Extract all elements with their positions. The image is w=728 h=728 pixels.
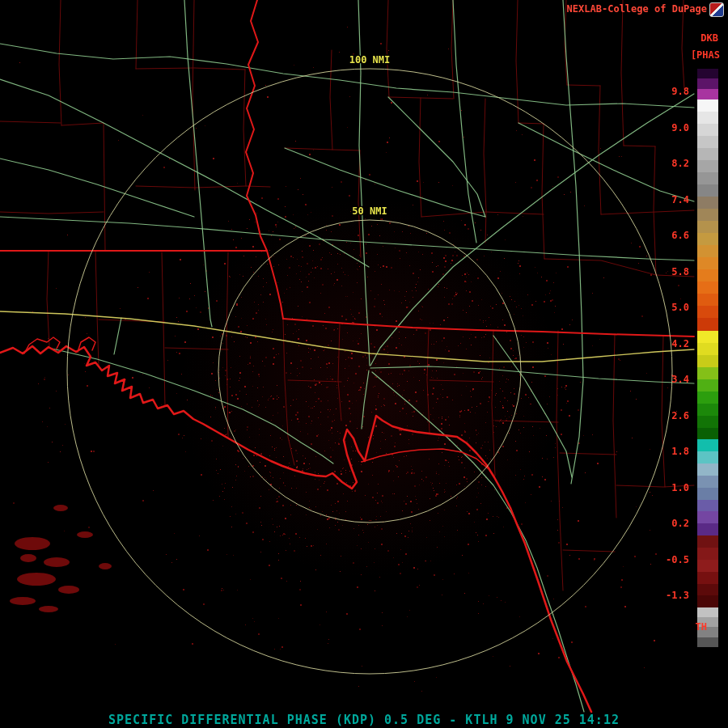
colorbar-segment: [697, 355, 718, 367]
colorbar-segment: [697, 89, 718, 99]
colorbar-tick-label: -0.5: [647, 554, 689, 565]
colorbar-segment: [697, 221, 718, 233]
attribution-text: NEXLAB-College of DuPage: [567, 3, 707, 15]
colorbar-segment: [697, 318, 718, 331]
cod-logo-icon: [709, 2, 724, 17]
map-overlay: 100 NMI50 NMI: [0, 0, 728, 728]
colorbar-area: 9.89.08.27.46.65.85.04.23.42.61.81.00.2-…: [643, 69, 720, 647]
colorbar-segment: [697, 184, 718, 197]
colorbar-segment: [697, 379, 718, 392]
colorbar-segment: [697, 367, 718, 379]
range-ring: [67, 69, 672, 674]
product-status-text: SPECIFIC DIFFERENTIAL PHASE (KDP) 0.5 DE…: [0, 713, 728, 727]
colorbar-segment: [697, 548, 718, 560]
colorbar-segment: [697, 523, 718, 535]
colorbar-segment: [697, 428, 718, 439]
colorbar-segment: [697, 595, 718, 607]
colorbar-segment: [697, 572, 718, 584]
coastline: [0, 346, 591, 712]
county-lines: [0, 0, 694, 590]
colorbar-phase-label: [PHAS: [691, 49, 720, 61]
colorbar-tick-label: 5.0: [647, 302, 689, 313]
colorbar-segment: [697, 500, 718, 511]
colorbar-segment: [697, 78, 718, 89]
road-lines: [0, 0, 694, 712]
colorbar-segment: [697, 439, 718, 451]
colorbar-segment: [697, 136, 718, 148]
colorbar-threshold-label: TH: [696, 621, 707, 633]
colorbar-segment: [697, 607, 718, 617]
colorbar-segment: [697, 535, 718, 548]
colorbar-tick-label: 9.8: [647, 86, 689, 97]
colorbar-segment: [697, 511, 718, 523]
colorbar-segment: [697, 392, 718, 404]
colorbar-segment: [697, 488, 718, 500]
colorbar-segment: [697, 306, 718, 318]
colorbar-tick-label: 0.2: [647, 518, 689, 529]
colorbar: [697, 69, 718, 647]
range-ring-label: 100 NMI: [349, 54, 391, 66]
colorbar-segment: [697, 257, 718, 269]
colorbar-segment: [697, 233, 718, 245]
colorbar-segment: [697, 331, 718, 343]
colorbar-segment: [697, 584, 718, 595]
colorbar-segment: [697, 416, 718, 428]
colorbar-segment: [697, 269, 718, 281]
colorbar-segment: [697, 124, 718, 136]
colorbar-segment: [697, 404, 718, 416]
colorbar-tick-label: 3.4: [647, 374, 689, 385]
colorbar-segment: [697, 172, 718, 184]
colorbar-segment: [697, 112, 718, 124]
colorbar-segment: [697, 148, 718, 160]
colorbar-unit-label: DKB: [700, 32, 718, 44]
colorbar-tick-label: 6.6: [647, 230, 689, 241]
colorbar-segment: [697, 160, 718, 172]
colorbar-tick-label: 5.8: [647, 266, 689, 277]
colorbar-segment: [697, 476, 718, 488]
colorbar-segment: [697, 294, 718, 306]
colorbar-segment: [697, 99, 718, 112]
colorbar-tick-label: 2.6: [647, 410, 689, 421]
colorbar-segment: [697, 245, 718, 257]
colorbar-tick-label: -1.3: [647, 590, 689, 601]
colorbar-tick-label: 4.2: [647, 338, 689, 349]
colorbar-segment: [697, 637, 718, 647]
range-ring-label: 50 NMI: [352, 205, 387, 217]
colorbar-segment: [697, 209, 718, 221]
range-ring: [218, 220, 521, 523]
colorbar-segment: [697, 197, 718, 209]
colorbar-segment: [697, 451, 718, 463]
colorbar-segment: [697, 560, 718, 572]
radar-display: 100 NMI50 NMI NEXLAB-College of DuPage D…: [0, 0, 728, 728]
colorbar-segment: [697, 69, 718, 78]
highway-lines: [0, 311, 694, 362]
colorbar-tick-label: 7.4: [647, 194, 689, 205]
colorbar-segment: [697, 463, 718, 476]
colorbar-tick-label: 8.2: [647, 158, 689, 169]
colorbar-tick-label: 9.0: [647, 122, 689, 133]
colorbar-segment: [697, 343, 718, 355]
colorbar-tick-label: 1.8: [647, 446, 689, 457]
colorbar-tick-label: 1.0: [647, 482, 689, 493]
colorbar-segment: [697, 281, 718, 294]
